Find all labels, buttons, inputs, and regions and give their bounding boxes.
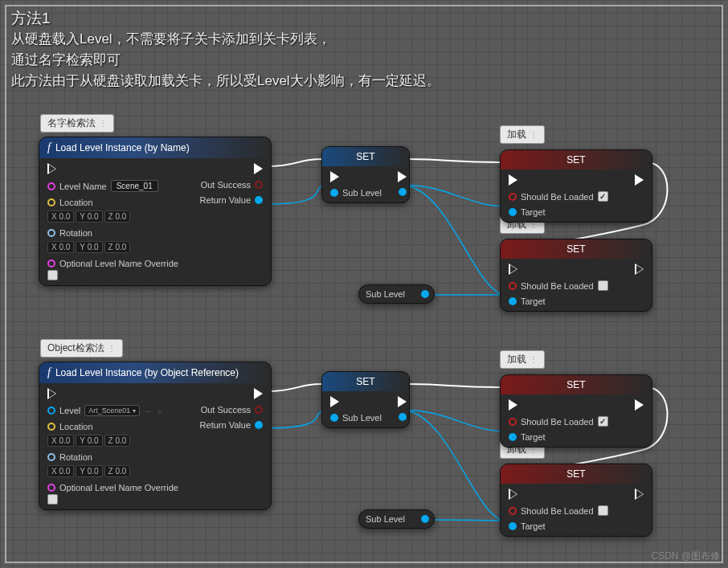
node-title: Load Level Instance (by Object Reference… [55, 367, 239, 378]
optional-checkbox[interactable] [47, 494, 58, 505]
title-line-4: 此方法由于从硬盘读取加载关卡，所以受Level大小影响，有一定延迟。 [11, 71, 440, 92]
pin-rotation[interactable]: Rotation X 0.0Y 0.0Z 0.0 [47, 452, 178, 477]
exec-out-pin[interactable] [398, 171, 407, 182]
pin-should-be-loaded[interactable]: Should Be Loaded [509, 505, 608, 516]
exec-in-pin[interactable] [509, 399, 608, 411]
asset-tools-icon[interactable]: ← ⌕ [144, 407, 164, 415]
optional-checkbox[interactable] [47, 270, 58, 280]
node-var-sublevel-1[interactable]: Sub Level [358, 284, 435, 304]
location-inputs[interactable]: X 0.0Y 0.0Z 0.0 [47, 210, 130, 223]
node-load-level-by-object[interactable]: f Load Level Instance (by Object Referen… [39, 362, 272, 510]
pin-out-success[interactable]: Out Success [201, 405, 263, 415]
node-header-set: SET [501, 239, 652, 259]
pin-optional-override[interactable]: Optional Level Name Override [47, 259, 178, 280]
node-var-sublevel-2[interactable]: Sub Level [358, 509, 435, 529]
pin-out-success[interactable]: Out Success [201, 180, 263, 190]
pin-sublevel-in[interactable]: Sub Level [330, 188, 382, 198]
location-inputs[interactable]: X 0.0Y 0.0Z 0.0 [47, 435, 130, 447]
pin-sublevel-out[interactable] [399, 413, 407, 421]
pin-optional-override[interactable]: Optional Level Name Override [47, 483, 178, 505]
pin-return-value[interactable]: Return Value [200, 195, 263, 205]
exec-out-pin[interactable] [635, 174, 644, 186]
pin-should-be-loaded[interactable]: Should Be Loaded [509, 191, 608, 202]
node-set-unloaded-2[interactable]: SET Should Be Loaded Target [500, 464, 652, 537]
comment-load-1[interactable]: 加载 [500, 125, 545, 144]
pin-sublevel-in[interactable]: Sub Level [330, 413, 382, 423]
exec-in-pin[interactable] [330, 171, 382, 182]
function-icon: f [47, 366, 51, 379]
node-set-unloaded-1[interactable]: SET Should Be Loaded Target [500, 239, 652, 312]
rotation-inputs[interactable]: X 0.0Y 0.0Z 0.0 [47, 241, 130, 253]
pin-should-be-loaded[interactable]: Should Be Loaded [509, 416, 608, 427]
pin-target[interactable]: Target [509, 432, 608, 442]
pin-location[interactable]: Location X 0.0Y 0.0Z 0.0 [47, 198, 178, 223]
node-set-sublevel-1[interactable]: SET Sub Level [321, 146, 410, 203]
node-header-set: SET [501, 464, 652, 484]
node-header-set: SET [501, 150, 652, 170]
level-dropdown[interactable]: Art_Scene01 [84, 405, 140, 416]
pin-level[interactable]: LevelArt_Scene01← ⌕ [47, 405, 178, 416]
node-header-set: SET [322, 147, 409, 166]
pin-location[interactable]: Location X 0.0Y 0.0Z 0.0 [47, 422, 178, 447]
pin-should-be-loaded[interactable]: Should Be Loaded [509, 280, 608, 291]
exec-out-pin[interactable] [635, 264, 644, 275]
function-icon: f [47, 141, 51, 154]
node-title: Load Level Instance (by Name) [55, 142, 190, 153]
exec-out-pin[interactable] [254, 388, 263, 399]
exec-out-pin[interactable] [254, 163, 263, 174]
pin-target[interactable]: Target [509, 296, 608, 306]
var-label: Sub Level [366, 514, 405, 524]
exec-in-pin[interactable] [330, 396, 382, 407]
watermark-text: CSDN @图布修 [651, 550, 720, 563]
node-set-loaded-2[interactable]: SET Should Be Loaded Target [500, 374, 652, 447]
title-line-3: 通过名字检索即可 [11, 50, 440, 71]
exec-in-pin[interactable] [509, 488, 608, 500]
node-header: f Load Level Instance (by Object Referen… [39, 362, 271, 383]
blueprint-canvas[interactable]: 方法1 从硬盘载入Level，不需要将子关卡添加到关卡列表， 通过名字检索即可 … [0, 0, 728, 568]
comment-object-search[interactable]: Object检索法 [40, 339, 123, 358]
pin-sublevel-out[interactable] [399, 188, 407, 196]
var-out-pin[interactable] [421, 514, 429, 524]
comment-load-2[interactable]: 加载 [500, 350, 545, 369]
node-load-level-by-name[interactable]: f Load Level Instance (by Name) Level Na… [39, 137, 272, 286]
comment-name-search[interactable]: 名字检索法 [40, 114, 114, 133]
var-out-pin[interactable] [421, 289, 429, 299]
level-name-input[interactable]: Scene_01 [111, 180, 158, 192]
var-label: Sub Level [366, 289, 405, 299]
pin-level-name[interactable]: Level NameScene_01 [47, 180, 178, 192]
pin-return-value[interactable]: Return Value [200, 420, 263, 430]
node-set-loaded-1[interactable]: SET Should Be Loaded Target [500, 149, 652, 223]
loaded-checkbox[interactable] [598, 416, 608, 427]
title-line-1: 方法1 [11, 8, 440, 29]
exec-in-pin[interactable] [509, 264, 608, 275]
pin-target[interactable]: Target [509, 521, 608, 531]
exec-out-pin[interactable] [398, 396, 407, 407]
rotation-inputs[interactable]: X 0.0Y 0.0Z 0.0 [47, 465, 130, 477]
pin-target[interactable]: Target [509, 207, 608, 217]
title-line-2: 从硬盘载入Level，不需要将子关卡添加到关卡列表， [11, 29, 440, 50]
exec-in-pin[interactable] [509, 174, 608, 186]
node-header-set: SET [322, 372, 409, 391]
node-header-set: SET [501, 375, 652, 394]
node-header: f Load Level Instance (by Name) [39, 137, 271, 158]
exec-in-pin[interactable] [47, 163, 178, 174]
node-set-sublevel-2[interactable]: SET Sub Level [321, 371, 410, 428]
exec-out-pin[interactable] [635, 488, 644, 500]
description-text: 方法1 从硬盘载入Level，不需要将子关卡添加到关卡列表， 通过名字检索即可 … [11, 8, 440, 92]
loaded-checkbox[interactable] [598, 505, 608, 516]
exec-out-pin[interactable] [635, 399, 644, 411]
exec-in-pin[interactable] [47, 388, 178, 399]
pin-rotation[interactable]: Rotation X 0.0Y 0.0Z 0.0 [47, 228, 178, 253]
loaded-checkbox[interactable] [598, 280, 608, 291]
loaded-checkbox[interactable] [598, 191, 608, 202]
